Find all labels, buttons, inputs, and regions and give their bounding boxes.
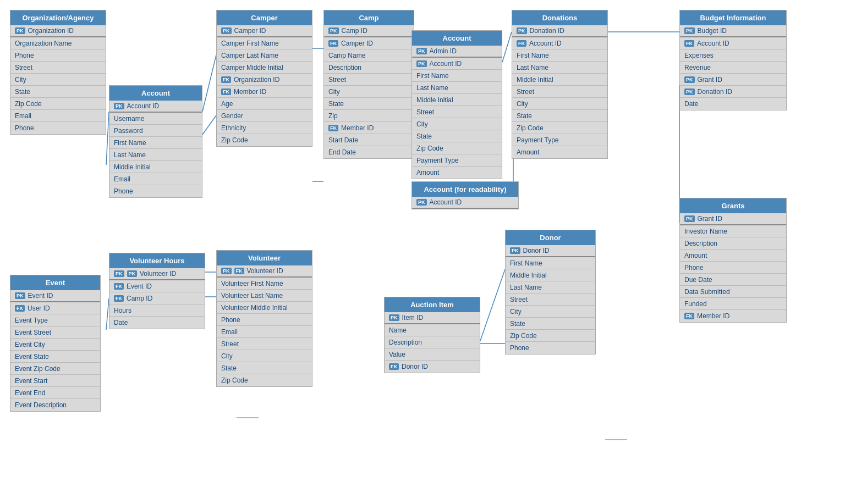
table-row: Camper First Name [217,37,312,49]
field-name: Start Date [328,136,358,144]
pk-badge: PK [684,76,695,83]
table-row: Zip Code [10,98,106,110]
table-row: Investor Name [680,225,786,237]
table-row: Phone [680,262,786,274]
table-grants: Grants PK Grant ID Investor Name Descrip… [679,198,787,323]
table-row: City [412,118,502,130]
table-row: Camper Middle Initial [217,62,312,74]
table-row: Event End [10,387,100,399]
table-row: Last Name [412,82,502,94]
table-row: Amount [512,146,607,158]
table-organization: Organization/Agency PK Organization ID O… [10,10,106,135]
field-name: Street [517,88,534,96]
table-row: First Name [512,49,607,62]
fk-badge: FK [517,40,526,47]
table-row: Last Name [512,62,607,74]
table-row: Revenue [680,62,786,74]
table-donor-body: PK Donor ID First Name Middle Initial La… [506,245,595,354]
table-row: Event Type [10,314,100,326]
table-row: FK Member ID [680,310,786,322]
field-name: City [416,120,428,128]
fk-badge: FK [684,313,694,319]
table-volunteer-hours-body: PK PK Volunteer ID FK Event ID FK Camp I… [109,268,205,329]
table-account-admin: Account PK Admin ID PK Account ID First … [411,30,502,179]
table-organization-header: Organization/Agency [10,10,106,25]
table-camper: Camper PK Camper ID Camper First Name Ca… [216,10,312,147]
table-row: Street [10,62,106,74]
field-name: Member ID [697,312,729,320]
field-name: State [517,112,532,120]
table-row: Event Start [10,375,100,387]
table-row: Phone [506,342,595,354]
field-name: City [517,100,528,108]
field-name: Street [416,108,434,116]
field-name: Last Name [510,284,542,291]
table-row: FK Account ID [512,37,607,49]
field-name: Middle Initial [517,76,553,84]
table-row: PK Donor ID [506,245,595,257]
table-row: Middle Initial [512,74,607,86]
table-camp-header: Camp [324,10,414,25]
field-name: Password [114,127,143,135]
table-row: Gender [217,110,312,122]
table-row: First Name [412,70,502,82]
field-name: City [221,352,233,360]
field-name: Phone [684,264,704,272]
table-row: PK Donation ID [512,25,607,37]
field-name: Donation ID [530,27,564,35]
field-name: First Name [510,259,542,267]
table-row: FK Camper ID [324,37,414,49]
table-row: Email [10,110,106,122]
field-name: State [510,320,525,328]
field-name: Street [328,76,346,84]
pk-badge: PK [15,27,25,34]
table-row: Volunteer First Name [217,278,312,290]
field-name: Zip Code [15,100,42,108]
table-row: Phone [109,185,202,197]
table-event: Event PK Event ID FK User ID Event Type … [10,275,101,412]
field-name: Age [221,100,233,108]
field-name: Donor ID [402,363,428,370]
pk-badge: PK [127,270,138,277]
table-row: State [512,110,607,122]
pk-badge: PK [416,48,427,54]
field-name: Account ID [697,40,729,47]
table-volunteer-hours-header: Volunteer Hours [109,253,205,268]
field-name: Event Zip Code [15,365,61,373]
fk-badge: FK [221,76,231,83]
table-row: Ethnicity [217,122,312,134]
table-row: Payment Type [512,134,607,146]
field-name: Zip Code [221,136,248,144]
table-row: PK Camp ID [324,25,414,37]
table-row: PK Event ID [10,290,100,302]
table-row: City [10,74,106,86]
field-name: Email [221,328,238,336]
field-name: Camp ID [127,295,152,302]
field-name: Volunteer First Name [221,280,283,287]
table-donations-body: PK Donation ID FK Account ID First Name … [512,25,607,158]
table-row: Zip Code [217,374,312,386]
svg-line-11 [480,269,505,341]
table-row: City [217,350,312,362]
table-row: Zip Code [512,122,607,134]
table-row: Funded [680,298,786,310]
table-camper-header: Camper [217,10,312,25]
table-row: PK Admin ID [412,46,502,58]
pk-badge: PK [114,270,124,277]
field-name: Organization Name [15,40,72,47]
field-name: Event End [15,389,45,397]
table-row: Street [506,293,595,306]
table-row: Volunteer Last Name [217,290,312,302]
field-name: Zip Code [416,145,443,152]
field-name: Amount [684,252,707,259]
table-row: Event Description [10,399,100,411]
field-name: User ID [28,304,50,312]
fk-badge: FK [328,125,338,131]
table-row: Middle Initial [506,269,595,281]
table-account-admin-header: Account [412,31,502,46]
table-row: PK Item ID [385,312,480,324]
table-row: Description [385,336,480,348]
table-row: City [506,306,595,318]
table-row: Email [217,326,312,338]
table-row: Start Date [324,134,414,146]
